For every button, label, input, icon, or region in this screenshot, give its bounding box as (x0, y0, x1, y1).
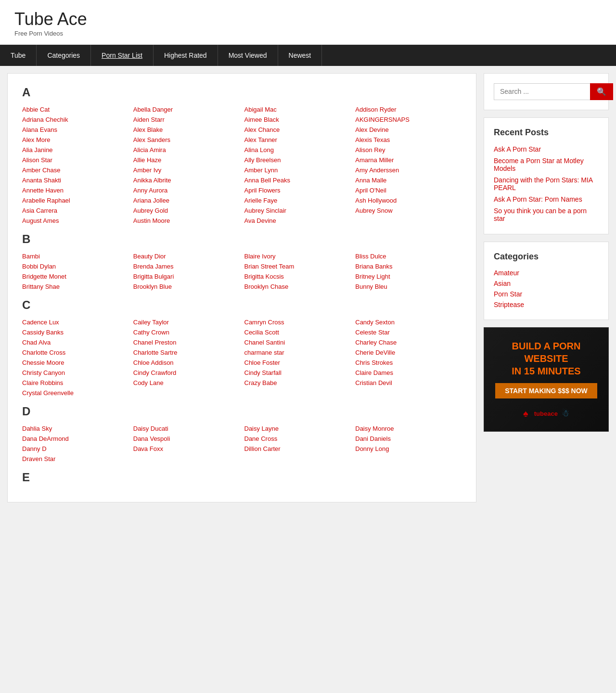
star-name-link[interactable]: AKGINGERSNAPS (355, 115, 462, 124)
star-name-link[interactable]: Alina Long (244, 145, 351, 154)
star-name-link[interactable]: Abigail Mac (244, 105, 351, 114)
star-name-link[interactable]: Danny D (22, 444, 128, 453)
star-name-link[interactable]: Celeste Star (355, 328, 462, 337)
category-link[interactable]: Amateur (494, 268, 599, 278)
star-name-link[interactable]: Alicia Amira (133, 145, 240, 154)
star-name-link[interactable]: Brooklyn Chase (244, 282, 351, 291)
star-name-link[interactable]: Chris Strokes (355, 358, 462, 367)
nav-item-tube[interactable]: Tube (0, 45, 37, 66)
star-name-link[interactable]: Alex Sanders (133, 135, 240, 144)
star-name-link[interactable]: Anny Aurora (133, 186, 240, 195)
star-name-link[interactable]: Blaire Ivory (244, 252, 351, 261)
star-name-link[interactable]: Chanel Preston (133, 338, 240, 347)
star-name-link[interactable]: Chessie Moore (22, 358, 128, 367)
star-name-link[interactable]: Cherie DeVille (355, 348, 462, 357)
star-name-link[interactable]: Chloe Addison (133, 358, 240, 367)
star-name-link[interactable]: Alex Blake (133, 125, 240, 134)
recent-post-link[interactable]: Ask A Porn Star: Porn Names (494, 193, 599, 205)
star-name-link[interactable]: Crazy Babe (244, 378, 351, 387)
ad-button[interactable]: START MAKING $$$ NOW (495, 383, 597, 398)
star-name-link[interactable]: Amarna Miller (355, 155, 462, 165)
star-name-link[interactable]: Ananta Shakti (22, 176, 128, 185)
star-name-link[interactable]: Brigitta Bulgari (133, 272, 240, 281)
star-name-link[interactable]: Dillion Carter (244, 444, 351, 453)
star-name-link[interactable]: Cindy Starfall (244, 368, 351, 377)
star-name-link[interactable]: Chad Alva (22, 338, 128, 347)
star-name-link[interactable]: charmane star (244, 348, 351, 357)
star-name-link[interactable]: Dava Foxx (133, 444, 240, 453)
star-name-link[interactable]: Ally Breelsen (244, 155, 351, 165)
star-name-link[interactable]: Camryn Cross (244, 318, 351, 327)
star-name-link[interactable]: Cailey Taylor (133, 318, 240, 327)
recent-post-link[interactable]: Become a Porn Star at Motley Models (494, 155, 599, 174)
star-name-link[interactable]: Addison Ryder (355, 105, 462, 114)
star-name-link[interactable]: Brittany Shae (22, 282, 128, 291)
star-name-link[interactable]: Brenda James (133, 262, 240, 271)
nav-item-newest[interactable]: Newest (278, 45, 322, 66)
star-name-link[interactable]: Alex Chance (244, 125, 351, 134)
recent-post-link[interactable]: So you think you can be a porn star (494, 205, 599, 224)
nav-item-highest-rated[interactable]: Highest Rated (154, 45, 218, 66)
site-title[interactable]: Tube Ace (14, 10, 602, 29)
star-name-link[interactable]: Allie Haze (133, 155, 240, 165)
star-name-link[interactable]: Alison Rey (355, 145, 462, 154)
star-name-link[interactable]: Cecilia Scott (244, 328, 351, 337)
star-name-link[interactable]: Charley Chase (355, 338, 462, 347)
star-name-link[interactable]: Bunny Bleu (355, 282, 462, 291)
star-name-link[interactable]: Dane Cross (244, 434, 351, 443)
star-name-link[interactable]: Daisy Ducati (133, 424, 240, 433)
star-name-link[interactable]: Dana DeArmond (22, 434, 128, 443)
star-name-link[interactable]: Bobbi Dylan (22, 262, 128, 271)
star-name-link[interactable]: Chanel Santini (244, 338, 351, 347)
star-name-link[interactable]: Amber Lynn (244, 166, 351, 175)
star-name-link[interactable]: Aubrey Sinclair (244, 206, 351, 215)
star-name-link[interactable]: Abella Danger (133, 105, 240, 114)
star-name-link[interactable]: Alia Janine (22, 145, 128, 154)
star-name-link[interactable]: Austin Moore (133, 216, 240, 225)
star-name-link[interactable]: Anna Bell Peaks (244, 176, 351, 185)
star-name-link[interactable]: Charlotte Sartre (133, 348, 240, 357)
star-name-link[interactable]: Daisy Monroe (355, 424, 462, 433)
star-name-link[interactable]: Abbie Cat (22, 105, 128, 114)
star-name-link[interactable]: Beauty Dior (133, 252, 240, 261)
star-name-link[interactable]: Arielle Faye (244, 196, 351, 205)
star-name-link[interactable]: Christy Canyon (22, 368, 128, 377)
star-name-link[interactable]: Cadence Lux (22, 318, 128, 327)
category-link[interactable]: Porn Star (494, 289, 599, 299)
star-name-link[interactable]: Ariana Jollee (133, 196, 240, 205)
star-name-link[interactable]: Candy Sexton (355, 318, 462, 327)
star-name-link[interactable]: Amber Ivy (133, 166, 240, 175)
star-name-link[interactable]: Bridgette Monet (22, 272, 128, 281)
star-name-link[interactable]: Alana Evans (22, 125, 128, 134)
star-name-link[interactable]: Cindy Crawford (133, 368, 240, 377)
star-name-link[interactable]: Aubrey Snow (355, 206, 462, 215)
star-name-link[interactable]: April O'Neil (355, 186, 462, 195)
star-name-link[interactable]: Brooklyn Blue (133, 282, 240, 291)
star-name-link[interactable]: Claire Robbins (22, 378, 128, 387)
star-name-link[interactable]: Bliss Dulce (355, 252, 462, 261)
star-name-link[interactable]: Cody Lane (133, 378, 240, 387)
star-name-link[interactable]: Alexis Texas (355, 135, 462, 144)
star-name-link[interactable]: Daisy Layne (244, 424, 351, 433)
star-name-link[interactable]: August Ames (22, 216, 128, 225)
star-name-link[interactable]: Dani Daniels (355, 434, 462, 443)
nav-item-most-viewed[interactable]: Most Viewed (218, 45, 278, 66)
star-name-link[interactable]: Donny Long (355, 444, 462, 453)
star-name-link[interactable]: Alex Devine (355, 125, 462, 134)
star-name-link[interactable]: Charlotte Cross (22, 348, 128, 357)
star-name-link[interactable]: Britney Light (355, 272, 462, 281)
star-name-link[interactable]: Cristian Devil (355, 378, 462, 387)
star-name-link[interactable]: Dana Vespoli (133, 434, 240, 443)
star-name-link[interactable]: Arabelle Raphael (22, 196, 128, 205)
star-name-link[interactable]: Cathy Crown (133, 328, 240, 337)
category-link[interactable]: Striptease (494, 299, 599, 310)
star-name-link[interactable]: Crystal Greenvelle (22, 388, 128, 398)
star-name-link[interactable]: Alex More (22, 135, 128, 144)
star-name-link[interactable]: Brigitta Kocsis (244, 272, 351, 281)
star-name-link[interactable]: Aubrey Gold (133, 206, 240, 215)
star-name-link[interactable]: Ava Devine (244, 216, 351, 225)
star-name-link[interactable]: Alex Tanner (244, 135, 351, 144)
star-name-link[interactable]: Anikka Albrite (133, 176, 240, 185)
star-name-link[interactable]: April Flowers (244, 186, 351, 195)
star-name-link[interactable]: Aimee Black (244, 115, 351, 124)
